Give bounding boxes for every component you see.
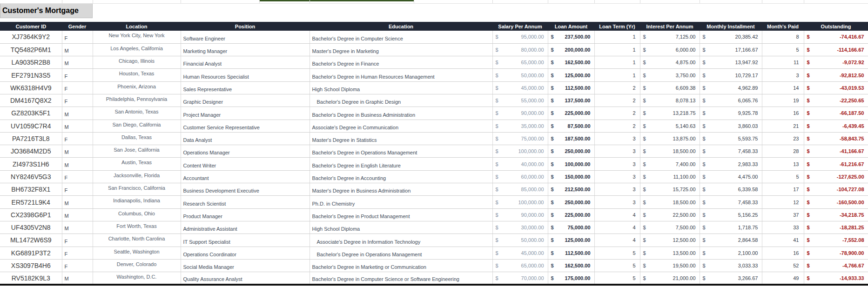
cell-interest-per-annum[interactable]: $13,875.00 <box>640 132 700 145</box>
cell-salary-per-annum[interactable]: $80,000.00 <box>492 43 548 56</box>
cell-interest-per-annum[interactable]: $22,500.00 <box>640 208 700 221</box>
cell-loan-term[interactable]: 5 <box>594 247 640 259</box>
cell-education[interactable]: Bachelor's Degree in English Literature <box>310 158 492 170</box>
cell-interest-per-annum[interactable]: $19,500.00 <box>640 259 700 272</box>
cell-monthly-installment[interactable]: $6,339.58 <box>700 183 762 196</box>
cell-outstanding[interactable]: $-160,500.00 <box>804 196 868 208</box>
cell-interest-per-annum[interactable]: $6,000.00 <box>640 43 700 56</box>
cell-position[interactable]: Operations Manager <box>181 145 310 158</box>
cell-position[interactable]: Customer Service Representative <box>181 120 310 132</box>
cell-outstanding[interactable]: $-58,843.75 <box>804 132 868 145</box>
cell-customer-id[interactable]: UF4305V2N8 <box>0 221 62 234</box>
cell-salary-per-annum[interactable]: $45,000.00 <box>492 81 548 94</box>
cell-monthly-installment[interactable]: $13,947.92 <box>700 56 762 69</box>
cell-customer-id[interactable]: RV5182K9L3 <box>0 272 62 285</box>
column-header-loan-amount[interactable]: Loan Amount <box>548 22 594 31</box>
cell-monthly-installment[interactable]: $7,458.33 <box>700 196 762 208</box>
cell-salary-per-annum[interactable]: $100,000.00 <box>492 145 548 158</box>
cell-salary-per-annum[interactable]: $95,000.00 <box>492 31 548 43</box>
cell-loan-amount[interactable]: $162,500.00 <box>548 259 594 272</box>
cell-interest-per-annum[interactable]: $13,500.00 <box>640 247 700 259</box>
cell-loan-term[interactable]: 3 <box>594 132 640 145</box>
cell-outstanding[interactable]: $-14,933.33 <box>804 272 868 285</box>
cell-location[interactable]: Denver, Colorado <box>93 259 181 272</box>
cell-customer-id[interactable]: BH6732F8X1 <box>0 183 62 196</box>
cell-location[interactable]: San Jose, California <box>93 145 181 158</box>
cell-monthly-installment[interactable]: $3,033.33 <box>700 259 762 272</box>
cell-customer-id[interactable]: NY8246V5G3 <box>0 170 62 183</box>
cell-interest-per-annum[interactable]: $5,140.63 <box>640 120 700 132</box>
cell-education[interactable]: Bachelor's Degree in Graphic Design <box>310 94 492 107</box>
cell-months-paid[interactable]: 11 <box>762 56 804 69</box>
cell-gender[interactable]: M <box>62 145 93 158</box>
cell-customer-id[interactable]: DM4167Q8X2 <box>0 94 62 107</box>
column-header-position[interactable]: Position <box>181 22 310 31</box>
column-header-interest-per-annum[interactable]: Interest Per Annum <box>640 22 700 31</box>
cell-salary-per-annum[interactable]: $45,000.00 <box>492 247 548 259</box>
cell-months-paid[interactable]: 12 <box>762 196 804 208</box>
cell-outstanding[interactable]: $-6,439.45 <box>804 120 868 132</box>
cell-loan-amount[interactable]: $112,500.00 <box>548 247 594 259</box>
cell-position[interactable]: Data Analyst <box>181 132 310 145</box>
cell-monthly-installment[interactable]: $3,266.67 <box>700 272 762 285</box>
cell-gender[interactable]: M <box>62 196 93 208</box>
cell-monthly-installment[interactable]: $20,385.42 <box>700 31 762 43</box>
cell-salary-per-annum[interactable]: $55,000.00 <box>492 94 548 107</box>
cell-position[interactable]: Graphic Designer <box>181 94 310 107</box>
cell-loan-amount[interactable]: $250,000.00 <box>548 196 594 208</box>
cell-gender[interactable]: F <box>62 247 93 259</box>
cell-location[interactable]: Dallas, Texas <box>93 132 181 145</box>
cell-position[interactable]: Software Engineer <box>181 31 310 43</box>
cell-outstanding[interactable]: $-66,187.50 <box>804 107 868 120</box>
cell-interest-per-annum[interactable]: $12,500.00 <box>640 234 700 247</box>
cell-position[interactable]: IT Support Specialist <box>181 234 310 247</box>
column-header-outstanding[interactable]: Outstanding <box>804 22 868 31</box>
cell-gender[interactable]: F <box>62 170 93 183</box>
cell-interest-per-annum[interactable]: $4,875.00 <box>640 56 700 69</box>
cell-months-paid[interactable]: 41 <box>762 234 804 247</box>
cell-loan-amount[interactable]: $150,000.00 <box>548 170 594 183</box>
cell-loan-term[interactable]: 4 <box>594 221 640 234</box>
cell-months-paid[interactable]: 8 <box>762 31 804 43</box>
cell-interest-per-annum[interactable]: $13,218.75 <box>640 107 700 120</box>
cell-interest-per-annum[interactable]: $8,078.13 <box>640 94 700 107</box>
cell-gender[interactable]: F <box>62 259 93 272</box>
cell-months-paid[interactable]: 14 <box>762 81 804 94</box>
cell-customer-id[interactable]: PA7216T3L8 <box>0 132 62 145</box>
cell-position[interactable]: Financial Analyst <box>181 56 310 69</box>
cell-gender[interactable]: M <box>62 56 93 69</box>
cell-customer-id[interactable]: GZ8203K5F1 <box>0 107 62 120</box>
cell-loan-amount[interactable]: $225,000.00 <box>548 107 594 120</box>
cell-customer-id[interactable]: XS3097B4H6 <box>0 259 62 272</box>
cell-location[interactable]: Columbus, Ohio <box>93 208 181 221</box>
cell-position[interactable]: Business Development Executive <box>181 183 310 196</box>
cell-location[interactable]: Jacksonville, Florida <box>93 170 181 183</box>
cell-education[interactable]: Master's Degree in Statistics <box>310 132 492 145</box>
cell-loan-term[interactable]: 1 <box>594 31 640 43</box>
cell-education[interactable]: Bachelor's Degree in Marketing or Commun… <box>310 259 492 272</box>
cell-gender[interactable]: F <box>62 94 93 107</box>
cell-education[interactable]: Bachelor's Degree in Computer Science or… <box>310 272 492 285</box>
cell-education[interactable]: Bachelor's Degree in Operations Manageme… <box>310 145 492 158</box>
cell-interest-per-annum[interactable]: $7,500.00 <box>640 221 700 234</box>
cell-outstanding[interactable]: $-78,900.00 <box>804 247 868 259</box>
cell-position[interactable]: Content Writer <box>181 158 310 170</box>
cell-education[interactable]: Bachelor's Degree in Finance <box>310 56 492 69</box>
cell-months-paid[interactable]: 52 <box>762 259 804 272</box>
cell-location[interactable]: Charlotte, North Carolina <box>93 234 181 247</box>
cell-customer-id[interactable]: KG6891P3T2 <box>0 247 62 259</box>
cell-monthly-installment[interactable]: $6,065.76 <box>700 94 762 107</box>
cell-monthly-installment[interactable]: $3,860.03 <box>700 120 762 132</box>
cell-months-paid[interactable]: 37 <box>762 208 804 221</box>
column-header-customer-id[interactable]: Customer ID <box>0 22 62 31</box>
cell-loan-amount[interactable]: $225,000.00 <box>548 208 594 221</box>
cell-location[interactable]: Chicago, Illinois <box>93 56 181 69</box>
cell-months-paid[interactable]: 5 <box>762 43 804 56</box>
cell-location[interactable]: San Antonio, Texas <box>93 107 181 120</box>
cell-outstanding[interactable]: $-34,218.75 <box>804 208 868 221</box>
cell-months-paid[interactable]: 16 <box>762 247 804 259</box>
cell-gender[interactable]: M <box>62 208 93 221</box>
cell-loan-term[interactable]: 4 <box>594 234 640 247</box>
column-header-loan-term[interactable]: Loan Term (Yr) <box>594 22 640 31</box>
cell-months-paid[interactable]: 21 <box>762 120 804 132</box>
